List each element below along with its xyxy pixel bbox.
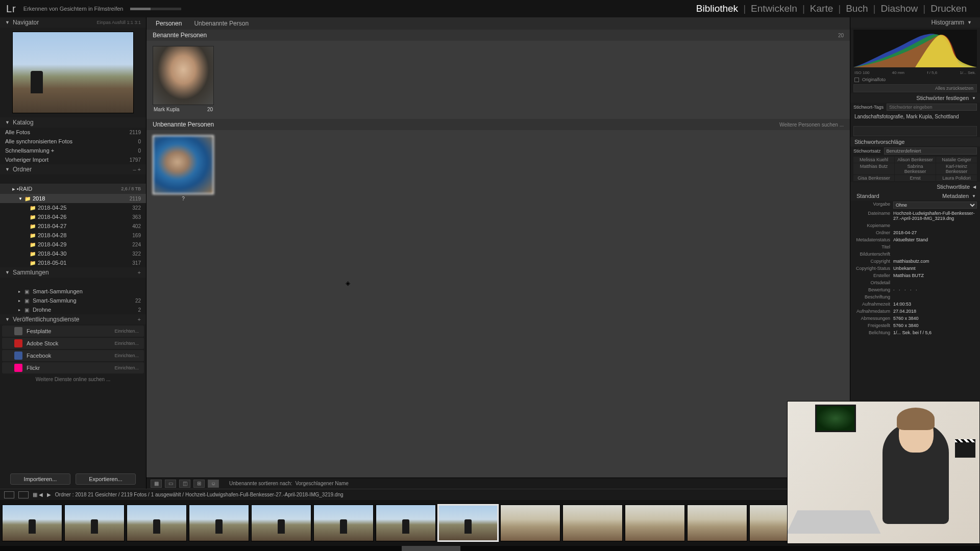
metadata-row[interactable]: Abmessungen5760 x 3840 [850, 315, 980, 322]
metadata-row[interactable]: Titel [850, 243, 980, 251]
metadata-row[interactable]: DateinameHochzeit-Ludwigshafen-Full-Benk… [850, 210, 980, 222]
catalog-header[interactable]: ▼Katalog [0, 117, 146, 128]
filmstrip-thumb[interactable] [2, 505, 62, 541]
breadcrumb-unnamed[interactable]: Unbenannte Person [194, 20, 249, 27]
import-button[interactable]: Importieren... [10, 473, 70, 485]
metadata-row[interactable]: Beschriftung [850, 293, 980, 300]
export-button[interactable]: Exportieren... [76, 473, 136, 485]
collections-header[interactable]: ▼Sammlungen+ [0, 267, 146, 278]
keyword-suggestion[interactable]: Matthias Butz [853, 163, 894, 174]
filmstrip-scrollbar[interactable] [0, 546, 980, 551]
filmstrip-path[interactable]: Ordner : 2018 21 Gesichter / 2119 Fotos … [55, 492, 344, 497]
keyword-suggestion[interactable]: Karl-Heinz Benkesser [936, 163, 977, 174]
navigator-modes[interactable]: Einpas Ausfüll 1:1 3:1 [96, 20, 141, 25]
metadata-row[interactable]: MetadatenstatusAktuellster Stand [850, 236, 980, 243]
folder-year[interactable]: ▼📁20182119 [0, 194, 146, 203]
module-map[interactable]: Karte [805, 3, 838, 14]
publish-service[interactable]: FestplatteEinrichten... [2, 325, 144, 337]
filmstrip-thumb[interactable] [189, 505, 249, 541]
folder-date[interactable]: 📁2018-04-27402 [0, 221, 146, 231]
find-more-people[interactable]: Weitere Personen suchen ... [779, 122, 844, 128]
metadata-header[interactable]: StandardMetadaten▼ [850, 191, 980, 201]
folder-date[interactable]: 📁2018-05-01317 [0, 258, 146, 267]
add-collection-icon[interactable]: + [138, 269, 141, 276]
folder-date[interactable]: 📁2018-04-29224 [0, 240, 146, 249]
metadata-row[interactable]: Copyrightmatthiasbutz.com [850, 258, 980, 265]
grid-nav-back-icon[interactable]: ▦ ◀ [33, 492, 43, 497]
navigator-preview[interactable] [12, 32, 134, 113]
keyword-suggestion[interactable]: Sabrina Benkesser [895, 163, 936, 174]
histogram[interactable] [853, 30, 977, 67]
catalog-item[interactable]: Schnellsammlung +0 [0, 146, 146, 155]
keyword-suggestion[interactable]: Gisa Benkesser [853, 175, 894, 181]
collection-item[interactable]: ▸▣Drohne2 [0, 305, 146, 314]
filmstrip-thumb[interactable] [251, 505, 311, 541]
unnamed-face-thumb[interactable] [153, 135, 214, 194]
keyword-list-header[interactable]: Stichwortliste◀ [850, 182, 980, 191]
keyword-suggestions-header[interactable]: Stichwortvorschläge [850, 137, 980, 146]
metadata-row[interactable]: Ortsdetail [850, 279, 980, 286]
module-slideshow[interactable]: Diashow [875, 3, 923, 14]
module-book[interactable]: Buch [841, 3, 873, 14]
unnamed-person-label[interactable]: ? [182, 196, 185, 202]
filmstrip-thumb[interactable] [625, 505, 685, 541]
collection-item[interactable]: ▸▣Smart-Sammlungen [0, 287, 146, 296]
keyword-tags-input[interactable] [887, 104, 977, 111]
keyword-body[interactable]: Landschaftsfotografie, Mark Kupla, Schot… [850, 112, 980, 125]
sort-value[interactable]: Vorgeschlagener Name [295, 481, 349, 486]
named-person-tile[interactable]: Mark Kupla20 [153, 46, 214, 114]
catalog-item[interactable]: Alle synchronisierten Fotos0 [0, 137, 146, 146]
metadata-row[interactable]: Kopiename [850, 222, 980, 229]
module-library[interactable]: Bibliothek [691, 3, 743, 14]
filmstrip-thumb[interactable] [127, 505, 187, 541]
publish-more-services[interactable]: Weitere Dienste online suchen ... [0, 374, 146, 384]
publish-service[interactable]: FlickrEinrichten... [2, 362, 144, 373]
view-people-icon[interactable]: ☺ [208, 480, 219, 488]
collection-search[interactable] [0, 278, 146, 287]
metadata-row[interactable]: ErstellerMatthias BUTZ [850, 272, 980, 279]
folder-date[interactable]: 📁2018-04-26363 [0, 212, 146, 221]
filmstrip-thumb[interactable] [562, 505, 623, 541]
folder-date[interactable]: 📁2018-04-28169 [0, 231, 146, 240]
breadcrumb-people[interactable]: Personen [156, 20, 182, 27]
keyword-set-select[interactable] [884, 147, 977, 155]
metadata-row[interactable]: Aufnahmedatum27.04.2018 [850, 308, 980, 315]
module-print[interactable]: Drucken [925, 3, 972, 14]
folder-search[interactable] [0, 174, 146, 184]
reset-all-button[interactable]: Alles zurücksetzen [853, 84, 977, 92]
collection-item[interactable]: ▸▣Smart-Sammlung22 [0, 296, 146, 305]
publish-service[interactable]: Adobe StockEinrichten... [2, 338, 144, 349]
metadata-row[interactable]: Freigestellt5760 x 3840 [850, 322, 980, 329]
view-grid-icon[interactable]: ▦ [151, 480, 162, 488]
filmstrip-thumb[interactable] [64, 505, 125, 541]
filmstrip-thumb[interactable] [687, 505, 747, 541]
filmstrip-thumb[interactable] [376, 505, 436, 541]
metadata-row[interactable]: VorgabeOhne [850, 201, 980, 210]
folders-filter-icon[interactable]: – + [133, 166, 141, 172]
secondary-display-icon[interactable] [4, 491, 14, 498]
histogram-header[interactable]: Histogramm▼ [850, 17, 980, 28]
filmstrip-thumb[interactable] [438, 505, 498, 541]
add-publish-icon[interactable]: + [138, 316, 141, 322]
metadata-row[interactable]: Bewertung· · · · · [850, 286, 980, 293]
folders-header[interactable]: ▼Ordner– + [0, 164, 146, 174]
view-survey-icon[interactable]: ⊞ [193, 480, 205, 488]
keyword-suggestion[interactable]: Melissa Kuehl [853, 157, 894, 163]
metadata-row[interactable]: Bildunterschrift [850, 251, 980, 258]
person-face-thumb[interactable] [153, 46, 214, 105]
metadata-row[interactable]: Copyright-StatusUnbekannt [850, 265, 980, 272]
publish-service[interactable]: FacebookEinrichten... [2, 350, 144, 361]
catalog-item[interactable]: Alle Fotos2119 [0, 128, 146, 137]
grid-nav-fwd-icon[interactable]: ▶ [47, 492, 51, 497]
keyword-suggestion[interactable]: Alison Benkesser [895, 157, 936, 163]
publish-header[interactable]: ▼Veröffentlichungsdienste+ [0, 314, 146, 324]
folder-date[interactable]: 📁2018-04-30322 [0, 249, 146, 258]
metadata-row[interactable]: Ordner2018-04-27 [850, 229, 980, 236]
keyword-suggestion[interactable]: Natalie Geiger [936, 157, 977, 163]
view-loupe-icon[interactable]: ▭ [165, 480, 176, 488]
navigator-header[interactable]: ▼Navigator Einpas Ausfüll 1:1 3:1 [0, 17, 146, 28]
keyword-suggestion[interactable]: Ernst [895, 175, 936, 181]
unnamed-person-tile[interactable]: ? [153, 135, 214, 203]
keyword-add-input[interactable] [853, 126, 977, 136]
folder-date[interactable]: 📁2018-04-25322 [0, 203, 146, 212]
